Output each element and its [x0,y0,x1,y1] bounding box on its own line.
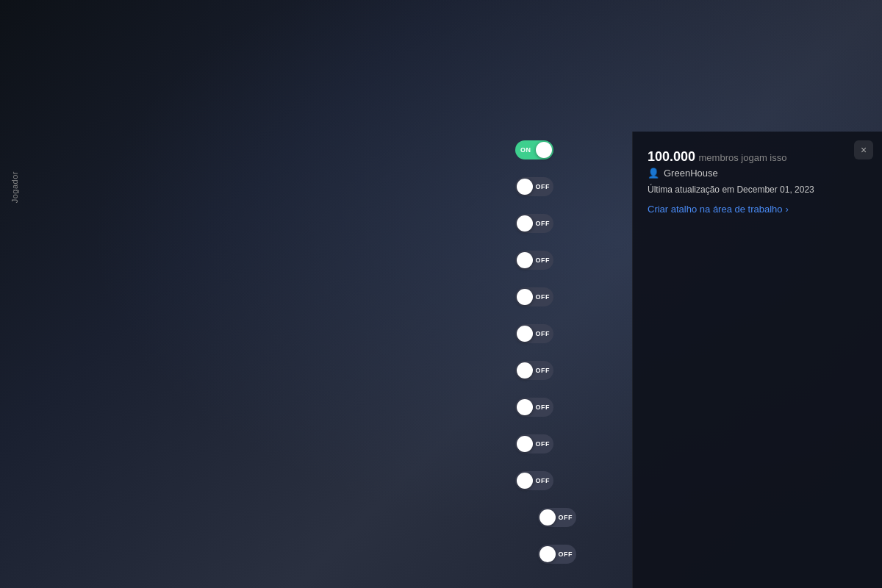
toggle-satisfacao-infinita[interactable]: OFF [515,251,553,270]
shortcut-link[interactable]: Criar atalho na área de trabalho › [648,204,867,215]
toggle-infinite-lung-capacity[interactable]: OFF [515,361,553,380]
toggle-knob [517,326,533,342]
sidebar-player-label: Jogador [10,171,19,203]
author-icon: 👤 [648,168,659,179]
toggle-knob [517,473,533,489]
members-text: membros jogam isso [699,152,787,163]
chevron-right-icon: › [786,204,789,215]
last-update: Última atualização em December 01, 2023 [648,184,867,195]
toggle-no-fall-damage[interactable]: OFF [515,434,553,453]
toggle-vida-infinita[interactable]: ON [515,140,553,159]
app-container: W 🔍 Início Meus jogos Explorar Criadores… [0,0,882,588]
toggle-knob [539,546,556,562]
shortcut-label: Criar atalho na área de trabalho [648,204,783,215]
toggle-fully-rested[interactable]: OFF [515,398,553,417]
author-row: 👤 GreenHouse [648,168,867,179]
toggle-knob [517,399,533,415]
toggle-knob [517,252,533,268]
toggle-knob [517,179,533,195]
toggle-knob [517,436,533,452]
toggle-knob [539,509,556,526]
toggle-invisibility[interactable]: OFF [515,471,553,490]
toggle-infinite-strength[interactable]: OFF [515,324,553,343]
last-update-prefix: Última atualização em [648,184,736,195]
toggle-immune-to-fire[interactable]: OFF [538,545,576,564]
last-update-date: December 01, 2023 [736,184,814,195]
members-count: 100.000 [648,149,695,164]
toggle-knob [536,142,552,158]
info-panel: × 100.000 membros jogam isso 👤 GreenHous… [632,132,882,588]
toggle-knob [517,362,533,379]
toggle-infinite-stamina[interactable]: OFF [515,177,553,196]
toggle-knob [517,215,533,232]
toggle-knob [517,289,533,305]
toggle-unbreakable-armor[interactable]: OFF [538,508,576,527]
info-panel-close-button[interactable]: × [854,140,873,159]
toggle-infinite-hydration[interactable]: OFF [515,214,553,233]
author-name: GreenHouse [664,168,718,179]
members-section: 100.000 membros jogam isso [648,149,845,165]
toggle-temperatura-infinita[interactable]: OFF [515,287,553,306]
